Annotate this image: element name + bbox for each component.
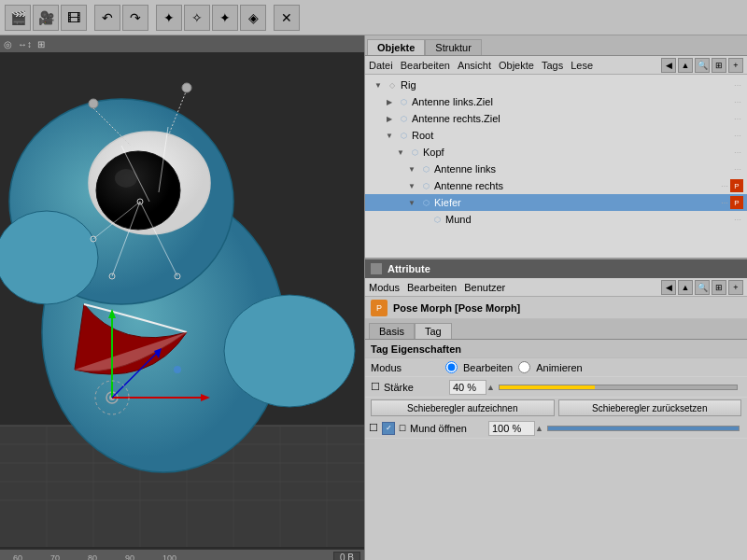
bone-icon: ⬡ [408, 146, 421, 159]
nav-up-icon[interactable]: ▲ [678, 58, 693, 73]
menu-lese[interactable]: Lese [571, 60, 593, 71]
frame-counter: 0 B [333, 552, 360, 560]
attr-more-icon[interactable]: ⊞ [712, 280, 726, 295]
tree-item-antenne-rechts-ziel[interactable]: ▶ ⬡ Antenne rechts.Ziel ⋯ [365, 110, 747, 127]
object-panel-tabs: Objekte Struktur [365, 35, 747, 56]
menu-tags[interactable]: Tags [542, 60, 563, 71]
visibility-dots: ⋯ [721, 182, 728, 190]
morph-slider[interactable] [547, 426, 740, 431]
tree-label-root: Root [412, 130, 734, 141]
tree-item-antenne-rechts[interactable]: ▼ ⬡ Antenne rechts ⋯ P [365, 177, 747, 194]
toolbar-icon-3[interactable]: 🎞 [61, 5, 87, 31]
tree-label-kiefer: Kiefer [434, 197, 721, 208]
object-menubar: Datei Bearbeiten Ansicht Objekte Tags Le… [365, 56, 747, 75]
attr-staerke-row: ☐ Stärke 40 % ▲ [365, 377, 747, 398]
visibility-dots: ⋯ [721, 199, 728, 207]
svg-point-19 [115, 169, 137, 188]
attr-menu-benutzer[interactable]: Benutzer [464, 282, 505, 293]
tree-arrow: ▼ [406, 182, 417, 190]
morph-inner-check[interactable]: ✓ [382, 422, 395, 435]
tree-arrow: ▶ [384, 115, 395, 123]
tab-tag[interactable]: Tag [415, 323, 452, 339]
menu-objekte[interactable]: Objekte [499, 60, 534, 71]
tab-struktur[interactable]: Struktur [425, 39, 482, 55]
viewport-canvas[interactable] [0, 52, 364, 549]
more-icon[interactable]: ⊞ [712, 58, 726, 73]
object-menubar-icons: ◀ ▲ 🔍 ⊞ + [661, 58, 743, 73]
tree-item-rig[interactable]: ▼ ◇ Rig ⋯ [365, 77, 747, 93]
tree-item-root[interactable]: ▼ ⬡ Root ⋯ [365, 127, 747, 144]
staerke-checkbox[interactable]: ☐ [371, 381, 380, 393]
svg-point-18 [96, 151, 180, 230]
tree-arrow: ▼ [406, 199, 417, 207]
attr-nav-prev[interactable]: ◀ [661, 280, 676, 295]
tab-basis[interactable]: Basis [369, 323, 415, 339]
attr-add-icon[interactable]: + [728, 280, 743, 295]
attr-menubar-icons: ◀ ▲ 🔍 ⊞ + [661, 280, 743, 295]
attr-tab-row: Basis Tag [365, 319, 747, 340]
toolbar-icon-5[interactable]: ↷ [122, 5, 148, 31]
main-toolbar: 🎬 🎥 🎞 ↶ ↷ ✦ ✧ ✦ ◈ ✕ [0, 0, 747, 35]
toolbar-icon-1[interactable]: 🎬 [5, 5, 31, 31]
tree-item-kiefer[interactable]: ▼ ⬡ Kiefer ⋯ P [365, 194, 747, 211]
visibility-dots: ⋯ [734, 132, 741, 140]
toolbar-icon-10[interactable]: ✕ [274, 5, 300, 31]
3d-viewport[interactable]: ◎ ↔↕ ⊞ [0, 35, 364, 560]
tree-item-mund[interactable]: ⬡ Mund ⋯ [365, 211, 747, 228]
menu-datei[interactable]: Datei [369, 60, 393, 71]
morph-up-arrow[interactable]: ▲ [535, 424, 543, 433]
bone-icon: ⬡ [419, 162, 432, 175]
morph-outer-check[interactable]: ☐ [369, 422, 378, 434]
btn-aufzeichnen[interactable]: Schieberegler aufzeichnen [371, 399, 555, 416]
menu-bearbeiten[interactable]: Bearbeiten [401, 60, 450, 71]
staerke-value[interactable]: 40 % [449, 380, 486, 395]
radio-animieren[interactable] [518, 361, 530, 373]
attr-search-icon[interactable]: 🔍 [695, 280, 710, 295]
attr-menu-bearbeiten[interactable]: Bearbeiten [407, 282, 457, 293]
menu-ansicht[interactable]: Ansicht [458, 60, 491, 71]
staerke-slider[interactable] [499, 385, 738, 390]
radio-bearbeiten[interactable] [445, 361, 458, 373]
ruler-mark-70: 70 [50, 553, 60, 561]
viewport-camera-icon: ◎ [4, 39, 12, 49]
tree-label-antenne-links: Antenne links [434, 163, 734, 175]
toolbar-icon-7[interactable]: ✧ [184, 5, 210, 31]
toolbar-icon-2[interactable]: 🎥 [33, 5, 59, 31]
viewport-topbar: ◎ ↔↕ ⊞ [0, 35, 364, 52]
object-tree[interactable]: ▼ ◇ Rig ⋯ ▶ ⬡ Antenne links.Ziel ⋯ ▶ [365, 75, 747, 258]
staerke-up-arrow[interactable]: ▲ [486, 383, 495, 392]
tree-label-mund: Mund [445, 214, 734, 225]
visibility-dots: ⋯ [734, 165, 741, 174]
pose-morph-title: Pose Morph [Pose Morph] [393, 302, 520, 314]
btn-zuruecksetzen[interactable]: Schieberegler zurücksetzen [558, 399, 742, 416]
add-icon[interactable]: + [728, 58, 743, 73]
staerke-slider-fill [500, 385, 595, 389]
toolbar-icon-8[interactable]: ✦ [212, 5, 238, 31]
tree-item-antenne-links[interactable]: ▼ ⬡ Antenne links ⋯ [365, 161, 747, 177]
tab-objekte[interactable]: Objekte [367, 39, 425, 55]
nav-prev-icon[interactable]: ◀ [661, 58, 676, 73]
search-icon[interactable]: 🔍 [695, 58, 710, 73]
right-panel: Objekte Struktur Datei Bearbeiten Ansich… [364, 35, 747, 560]
toolbar-icon-9[interactable]: ◈ [240, 5, 266, 31]
morph-slider-fill [548, 427, 739, 430]
visibility-dots: ⋯ [734, 148, 741, 157]
svg-point-15 [0, 211, 98, 304]
morph-value[interactable]: 100 % [488, 421, 535, 436]
tree-label-antenne-rechts-ziel: Antenne rechts.Ziel [412, 113, 734, 124]
attr-nav-up[interactable]: ▲ [678, 280, 693, 295]
bone-icon: ⬡ [397, 129, 410, 142]
morph-row: ☐ ✓ ☐ Mund öffnen 100 % ▲ [365, 418, 747, 439]
tree-item-antenne-links-ziel[interactable]: ▶ ⬡ Antenne links.Ziel ⋯ [365, 93, 747, 110]
visibility-dots: ⋯ [734, 81, 741, 90]
null-icon: ◇ [386, 78, 399, 91]
attr-menu-modus[interactable]: Modus [369, 282, 400, 293]
toolbar-icon-4[interactable]: ↶ [94, 5, 120, 31]
attr-header-icon [371, 263, 382, 274]
toolbar-icon-6[interactable]: ✦ [156, 5, 182, 31]
tree-label-antenne-links-ziel: Antenne links.Ziel [412, 96, 734, 107]
tree-item-kopf[interactable]: ▼ ⬡ Kopf ⋯ [365, 144, 747, 161]
staerke-label: Stärke [384, 382, 449, 393]
tree-arrow: ▼ [373, 81, 384, 90]
morph-label: Mund öffnen [410, 423, 485, 434]
